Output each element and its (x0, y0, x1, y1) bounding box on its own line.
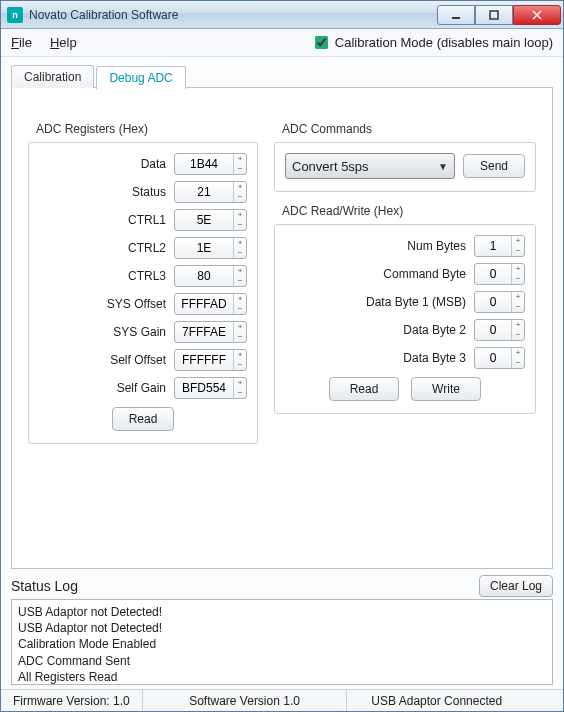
spin-up-icon[interactable]: + (512, 348, 524, 358)
spin-up-icon[interactable]: + (234, 322, 246, 332)
spin-down-icon[interactable]: − (512, 358, 524, 368)
adc-register-row: SYS Gain+− (39, 321, 247, 343)
calibration-mode-toggle[interactable]: Calibration Mode (disables main loop) (311, 33, 553, 52)
spin-up-icon[interactable]: + (234, 294, 246, 304)
status-log-box[interactable]: USB Adaptor not Detected!USB Adaptor not… (11, 599, 553, 685)
spin-up-icon[interactable]: + (234, 238, 246, 248)
spin-down-icon[interactable]: − (234, 220, 246, 230)
adc-register-input[interactable] (175, 322, 233, 342)
spin-down-icon[interactable]: − (234, 332, 246, 342)
adc-rw-row: Data Byte 3+− (285, 347, 525, 369)
adc-command-select[interactable]: Convert 5sps ▼ (285, 153, 455, 179)
adc-register-row: CTRL3+− (39, 265, 247, 287)
status-firmware: Firmware Version: 1.0 (1, 690, 143, 711)
adc-register-label: CTRL2 (128, 241, 166, 255)
spin-buttons: +− (233, 322, 246, 342)
adc-register-label: SYS Offset (107, 297, 166, 311)
clear-log-button[interactable]: Clear Log (479, 575, 553, 597)
spin-up-icon[interactable]: + (512, 264, 524, 274)
adc-register-input[interactable] (175, 154, 233, 174)
adc-rw-group: ADC Read/Write (Hex) Num Bytes+−Command … (274, 204, 536, 414)
adc-register-input[interactable] (175, 378, 233, 398)
menu-help[interactable]: Help (50, 35, 77, 50)
status-log-line: All Registers Read (18, 669, 546, 685)
adc-command-send-button[interactable]: Send (463, 154, 525, 178)
spin-up-icon[interactable]: + (234, 378, 246, 388)
adc-register-input[interactable] (175, 294, 233, 314)
spin-up-icon[interactable]: + (234, 182, 246, 192)
adc-rw-input[interactable] (475, 348, 511, 368)
adc-rw-input[interactable] (475, 292, 511, 312)
spin-down-icon[interactable]: − (234, 304, 246, 314)
menu-file[interactable]: File (11, 35, 32, 50)
adc-rw-row: Num Bytes+− (285, 235, 525, 257)
adc-register-label: CTRL3 (128, 269, 166, 283)
adc-rw-input[interactable] (475, 264, 511, 284)
status-log-line: Calibration Mode Enabled (18, 636, 546, 652)
spin-down-icon[interactable]: − (234, 192, 246, 202)
adc-rw-read-button[interactable]: Read (329, 377, 399, 401)
adc-register-input-wrap: +− (174, 321, 247, 343)
calibration-mode-checkbox[interactable] (315, 36, 328, 49)
spin-down-icon[interactable]: − (234, 388, 246, 398)
adc-rw-box: Num Bytes+−Command Byte+−Data Byte 1 (MS… (274, 224, 536, 414)
adc-rw-row: Command Byte+− (285, 263, 525, 285)
spin-down-icon[interactable]: − (512, 274, 524, 284)
adc-register-row: Self Offset+− (39, 349, 247, 371)
adc-commands-box: Convert 5sps ▼ Send (274, 142, 536, 192)
adc-register-row: Self Gain+− (39, 377, 247, 399)
adc-register-row: CTRL1+− (39, 209, 247, 231)
spin-buttons: +− (233, 294, 246, 314)
window-title: Novato Calibration Software (29, 8, 437, 22)
spin-down-icon[interactable]: − (512, 330, 524, 340)
adc-register-label: Status (132, 185, 166, 199)
adc-register-row: Data+− (39, 153, 247, 175)
tab-calibration[interactable]: Calibration (11, 65, 94, 88)
spin-up-icon[interactable]: + (234, 210, 246, 220)
adc-register-input-wrap: +− (174, 265, 247, 287)
status-usb: USB Adaptor Connected (347, 690, 563, 711)
adc-register-label: Data (141, 157, 166, 171)
adc-rw-input[interactable] (475, 236, 511, 256)
spin-down-icon[interactable]: − (234, 360, 246, 370)
spin-up-icon[interactable]: + (512, 320, 524, 330)
maximize-icon (489, 10, 499, 20)
spin-up-icon[interactable]: + (234, 154, 246, 164)
adc-rw-input-wrap: +− (474, 347, 525, 369)
app-window: n Novato Calibration Software File Help … (0, 0, 564, 712)
spin-up-icon[interactable]: + (512, 236, 524, 246)
titlebar: n Novato Calibration Software (1, 1, 563, 29)
adc-rw-write-button[interactable]: Write (411, 377, 481, 401)
adc-register-input[interactable] (175, 182, 233, 202)
adc-register-input[interactable] (175, 210, 233, 230)
spin-buttons: +− (233, 238, 246, 258)
adc-register-input[interactable] (175, 350, 233, 370)
svg-rect-0 (452, 17, 460, 19)
adc-registers-read-button[interactable]: Read (112, 407, 175, 431)
adc-registers-box: Data+−Status+−CTRL1+−CTRL2+−CTRL3+−SYS O… (28, 142, 258, 444)
tab-debug-adc[interactable]: Debug ADC (96, 66, 185, 89)
adc-rw-input[interactable] (475, 320, 511, 340)
spin-down-icon[interactable]: − (234, 248, 246, 258)
adc-register-input[interactable] (175, 238, 233, 258)
spin-down-icon[interactable]: − (234, 276, 246, 286)
minimize-icon (451, 10, 461, 20)
minimize-button[interactable] (437, 5, 475, 25)
menubar: File Help Calibration Mode (disables mai… (1, 29, 563, 57)
spin-down-icon[interactable]: − (512, 246, 524, 256)
spin-up-icon[interactable]: + (234, 350, 246, 360)
app-icon: n (7, 7, 23, 23)
spin-buttons: +− (233, 182, 246, 202)
spin-down-icon[interactable]: − (512, 302, 524, 312)
spin-buttons: +− (233, 210, 246, 230)
spin-up-icon[interactable]: + (512, 292, 524, 302)
close-icon (532, 10, 542, 20)
spin-down-icon[interactable]: − (234, 164, 246, 174)
maximize-button[interactable] (475, 5, 513, 25)
adc-rw-label: Num Bytes (407, 239, 466, 253)
spin-buttons: +− (233, 154, 246, 174)
calibration-mode-label: Calibration Mode (disables main loop) (335, 35, 553, 50)
spin-up-icon[interactable]: + (234, 266, 246, 276)
adc-register-input[interactable] (175, 266, 233, 286)
close-button[interactable] (513, 5, 561, 25)
